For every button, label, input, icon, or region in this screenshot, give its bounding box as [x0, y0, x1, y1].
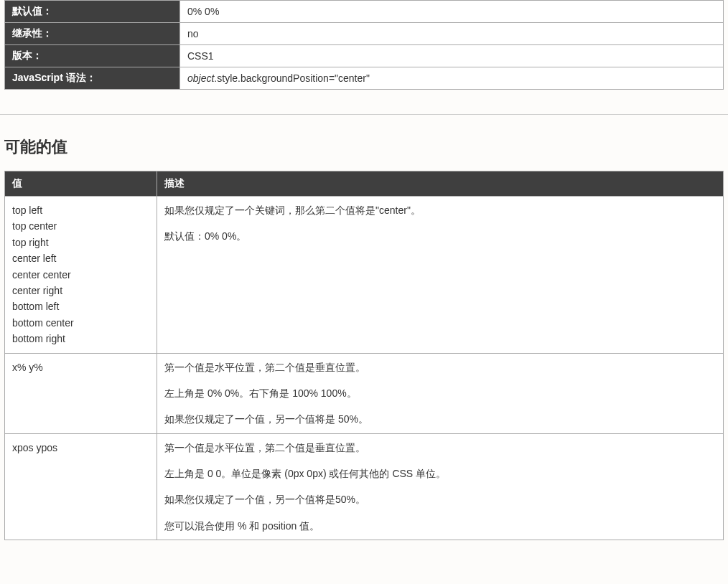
- desc-paragraph: 第一个值是水平位置，第二个值是垂直位置。: [164, 359, 716, 375]
- desc-paragraph: 如果您仅规定了一个关键词，那么第二个值将是"center"。: [164, 202, 716, 218]
- value-cell: top lefttop centertop rightcenter leftce…: [5, 197, 157, 354]
- desc-paragraph: 第一个值是水平位置，第二个值是垂直位置。: [164, 440, 716, 456]
- values-header-value: 值: [5, 171, 157, 197]
- property-label: 默认值：: [5, 1, 180, 23]
- property-label: 继承性：: [5, 23, 180, 45]
- value-keywords: xpos ypos: [12, 440, 149, 456]
- desc-paragraph: 左上角是 0% 0%。右下角是 100% 100%。: [164, 385, 716, 401]
- section-title: 可能的值: [4, 136, 728, 158]
- section-divider: [0, 114, 728, 115]
- desc-paragraph: 您可以混合使用 % 和 position 值。: [164, 518, 716, 534]
- property-value: CSS1: [180, 45, 724, 67]
- property-value: no: [180, 23, 724, 45]
- js-syntax-rest: .style.backgroundPosition="center": [214, 72, 370, 84]
- desc-paragraph: 如果您仅规定了一个值，另一个值将是50%。: [164, 491, 716, 507]
- property-row: 默认值： 0% 0%: [5, 1, 724, 23]
- values-header-desc: 描述: [157, 171, 724, 197]
- values-table: 值 描述 top lefttop centertop rightcenter l…: [4, 171, 724, 540]
- values-row: x% y%第一个值是水平位置，第二个值是垂直位置。左上角是 0% 0%。右下角是…: [5, 353, 724, 433]
- property-row: 继承性： no: [5, 23, 724, 45]
- desc-cell: 第一个值是水平位置，第二个值是垂直位置。左上角是 0 0。单位是像素 (0px …: [157, 433, 724, 540]
- value-cell: xpos ypos: [5, 433, 157, 540]
- property-value: 0% 0%: [180, 1, 724, 23]
- values-row: xpos ypos第一个值是水平位置，第二个值是垂直位置。左上角是 0 0。单位…: [5, 433, 724, 540]
- desc-cell: 第一个值是水平位置，第二个值是垂直位置。左上角是 0% 0%。右下角是 100%…: [157, 353, 724, 433]
- desc-paragraph: 默认值：0% 0%。: [164, 228, 716, 244]
- properties-table: 默认值： 0% 0% 继承性： no 版本： CSS1 JavaScript 语…: [4, 0, 724, 90]
- property-label: 版本：: [5, 45, 180, 67]
- value-cell: x% y%: [5, 353, 157, 433]
- value-keywords: x% y%: [12, 359, 149, 375]
- property-row: 版本： CSS1: [5, 45, 724, 67]
- property-row: JavaScript 语法： object.style.backgroundPo…: [5, 67, 724, 90]
- property-label: JavaScript 语法：: [5, 67, 180, 90]
- js-object-italic: object: [187, 72, 214, 84]
- values-row: top lefttop centertop rightcenter leftce…: [5, 197, 724, 354]
- desc-paragraph: 左上角是 0 0。单位是像素 (0px 0px) 或任何其他的 CSS 单位。: [164, 466, 716, 481]
- value-keywords: top lefttop centertop rightcenter leftce…: [12, 202, 149, 347]
- property-value: object.style.backgroundPosition="center": [180, 67, 724, 90]
- desc-paragraph: 如果您仅规定了一个值，另一个值将是 50%。: [164, 411, 716, 427]
- desc-cell: 如果您仅规定了一个关键词，那么第二个值将是"center"。默认值：0% 0%。: [157, 197, 724, 354]
